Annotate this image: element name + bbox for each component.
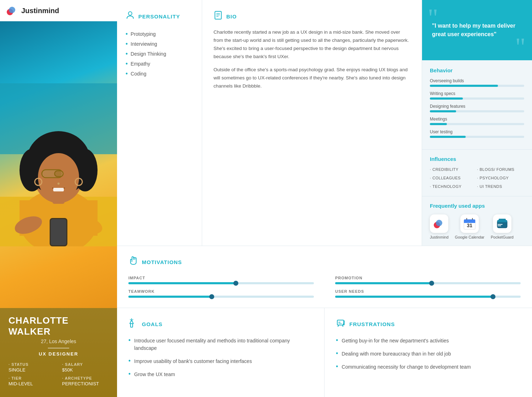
frustrations-icon: [336, 318, 346, 330]
photo-placeholder: [0, 21, 117, 308]
motivations-section: Motivations IMPACT PROMOTION: [117, 246, 532, 308]
app-gcal: 31 Google Calendar: [455, 214, 484, 239]
slider-fill-2: [128, 296, 212, 298]
svg-rect-45: [131, 324, 133, 327]
list-item: •Prototyping: [126, 29, 193, 39]
stat-status-label: · STATUS: [9, 362, 55, 367]
person-info: CHARLOTTE WALKER 27, Los Angeles UX DESI…: [0, 308, 117, 397]
frustrations-column: Frustrations • Getting buy-in for the ne…: [325, 308, 532, 397]
frustrations-header: Frustrations: [336, 318, 521, 330]
frustration-item-2: • Communicating necessity for change to …: [336, 363, 521, 371]
stat-tier-value: MID-LEVEL: [9, 381, 55, 386]
bullet-dot: •: [126, 71, 128, 77]
behavior-fill-1: [430, 97, 463, 100]
behavior-label-2: Designing features: [430, 104, 524, 109]
personality-header: PERSONALITY: [126, 11, 193, 22]
motivation-label-0: IMPACT: [128, 276, 314, 280]
svg-point-32: [436, 220, 442, 226]
frustration-item-1: • Dealing with more bureaucracy than in …: [336, 350, 521, 358]
influence-dot: ·: [477, 176, 478, 180]
justinmind-icon: [430, 214, 448, 233]
svg-point-26: [128, 12, 132, 15]
frustration-bullet-0: •: [336, 337, 338, 343]
list-item: •Empathy: [126, 59, 193, 69]
bio-icon: [214, 11, 223, 22]
motivation-item-0: IMPACT: [128, 276, 314, 284]
person-name: CHARLOTTE WALKER: [9, 315, 109, 337]
influence-dot: ·: [430, 185, 431, 189]
behavior-item-3: Meetings: [430, 117, 524, 125]
motivation-item-3: USER NEEDS: [335, 289, 521, 298]
goal-item-1: • Improve usability of bank's customer f…: [128, 358, 313, 365]
app-label-justinmind: Justinmind: [430, 235, 449, 239]
slider-fill-1: [335, 282, 432, 284]
behavior-item-4: User testing: [430, 129, 524, 138]
bullet-dot: •: [126, 41, 128, 47]
goal-bullet-2: •: [128, 371, 131, 377]
frustration-bullet-2: •: [336, 363, 338, 370]
svg-rect-23: [51, 219, 66, 245]
personality-icon: [126, 11, 135, 22]
slider-fill-3: [335, 296, 493, 298]
svg-rect-17: [55, 172, 62, 176]
stat-tier-label: · TIER: [9, 376, 55, 380]
behavior-label-1: Writing specs: [430, 91, 524, 96]
goals-column: Goals • Introduce user focused mentality…: [117, 308, 325, 397]
motivations-header: Motivations: [128, 256, 521, 268]
frustrations-title: Frustrations: [349, 321, 395, 327]
apps-row: Justinmind 31: [430, 214, 524, 239]
behavior-track-3: [430, 123, 524, 125]
behavior-track-0: [430, 85, 524, 87]
behavior-item-2: Designing features: [430, 104, 524, 112]
motivations-title: Motivations: [142, 259, 182, 265]
slider-thumb-2: [209, 294, 214, 299]
personality-list: •Prototyping •Interviewing •Design Think…: [126, 29, 193, 79]
behavior-track-1: [430, 97, 524, 100]
stat-salary-label: · SALARY: [62, 362, 109, 367]
page-container: Justinmind: [0, 0, 532, 397]
bio-paragraph-1: Charlotte recently started a new job as …: [214, 28, 410, 61]
personality-column: PERSONALITY •Prototyping •Interviewing •…: [117, 0, 202, 246]
bio-column: BIO Charlotte recently started a new job…: [202, 0, 422, 246]
slider-track-0: [128, 282, 314, 284]
stat-tier: · TIER MID-LEVEL: [9, 376, 55, 386]
goal-item-2: • Grow the UX team: [128, 371, 313, 378]
influences-section: Influences · CREDIBILITY · BLOGS/ FORUMS…: [422, 150, 532, 196]
list-item: •Coding: [126, 69, 193, 79]
behavior-track-4: [430, 136, 524, 138]
divider-line: [48, 348, 69, 348]
svg-rect-27: [215, 11, 221, 19]
motivation-label-2: TEAMWORK: [128, 289, 314, 293]
influence-dot: ·: [430, 176, 431, 180]
stat-archetype-value: PERFECTIONIST: [62, 381, 109, 386]
logo-bar: Justinmind: [0, 0, 117, 21]
quote-box: " "I want to help my team deliver great …: [422, 0, 532, 60]
motivation-item-2: TEAMWORK: [128, 289, 314, 298]
app-pocketguard: PocketGuard: [491, 214, 514, 239]
influence-item-4: · TECHNOLOGY: [430, 183, 477, 190]
slider-thumb-1: [429, 281, 434, 286]
bottom-section: Goals • Introduce user focused mentality…: [117, 308, 532, 397]
apps-section: Frequently used apps Justinmind: [422, 196, 532, 246]
app-label-pocketguard: PocketGuard: [491, 235, 514, 239]
slider-track-1: [335, 282, 521, 284]
app-justinmind: Justinmind: [430, 214, 449, 239]
stat-salary-value: $50K: [62, 367, 109, 373]
list-item: •Design Thinking: [126, 49, 193, 59]
person-photo: [0, 21, 117, 308]
motivations-icon: [128, 256, 138, 268]
behavior-label-0: Overseeing builds: [430, 78, 524, 83]
stat-status: · STATUS SINGLE: [9, 362, 55, 373]
behavior-title: Behavior: [430, 67, 524, 73]
frustration-bullet-1: •: [336, 350, 338, 357]
influences-title: Influences: [430, 156, 524, 162]
slider-fill-0: [128, 282, 236, 284]
influence-dot: ·: [477, 185, 478, 189]
goals-icon: [128, 318, 138, 330]
svg-line-48: [130, 319, 131, 320]
bullet-dot: •: [126, 31, 128, 37]
stat-salary: · SALARY $50K: [62, 362, 109, 373]
pocketguard-icon: [493, 214, 511, 233]
behavior-label-3: Meetings: [430, 117, 524, 122]
behavior-fill-2: [430, 110, 456, 112]
